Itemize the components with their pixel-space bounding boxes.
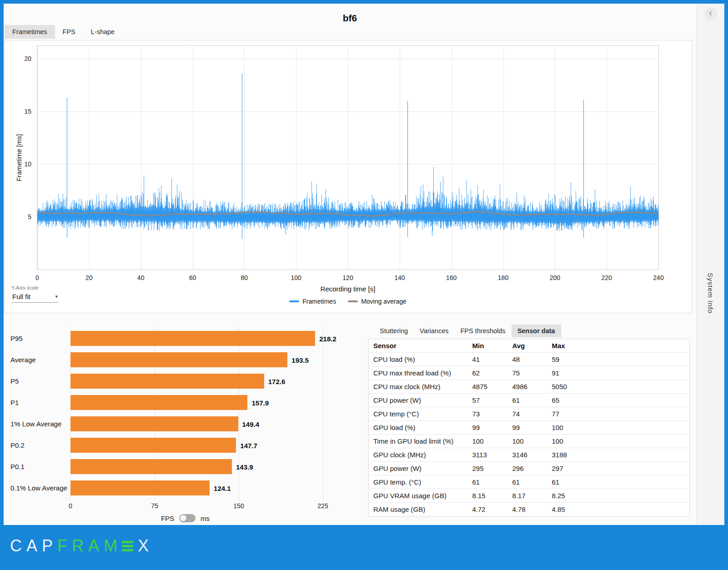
x-tick-label: 40: [137, 274, 145, 281]
sensor-cell: 57: [468, 394, 508, 407]
sensor-table-body: CPU load (%)414859CPU max thread load (%…: [369, 353, 690, 516]
percentile-bar-row: 0.1% Low Average124.1: [5, 477, 363, 499]
fps-percentile-chart: P95218.2Average193.5P5172.6P1157.91% Low…: [5, 328, 363, 522]
col-header-avg: Avg: [508, 339, 547, 353]
sensor-cell: CPU max clock (MHz): [369, 380, 468, 394]
tab-variances[interactable]: Variances: [414, 325, 454, 337]
unit-toggle[interactable]: [179, 514, 196, 522]
percentile-bar: [70, 395, 247, 410]
sensor-cell: 8.15: [468, 489, 508, 503]
percentile-label: P95: [5, 335, 70, 342]
sensor-cell: 295: [468, 462, 508, 475]
sensor-cell: Time in GPU load limit (%): [369, 435, 468, 448]
sensor-row: GPU temp. (°C)616161: [369, 475, 690, 489]
fps-bar-rows: P95218.2Average193.5P5172.6P1157.91% Low…: [5, 328, 363, 499]
legend-moving-average: Moving average: [348, 298, 407, 305]
sensor-row: GPU power (W)295296297: [369, 462, 690, 475]
percentile-bar: [70, 438, 236, 453]
sensor-cell: 297: [547, 462, 690, 475]
ms-unit-label: ms: [201, 515, 210, 522]
percentile-bar: [70, 416, 238, 431]
x-tick-label: 100: [291, 274, 301, 281]
y-axis-scale-dropdown[interactable]: Full fit ▾: [11, 292, 59, 303]
system-info-strip: ‹ System Info: [696, 4, 724, 525]
analysis-tab-bar: Stuttering Variances FPS thresholds Sens…: [374, 325, 693, 337]
tab-l-shape[interactable]: L-shape: [83, 25, 122, 39]
bar-area: 149.4: [70, 413, 363, 435]
sensor-row: CPU power (W)576165: [369, 394, 690, 407]
percentile-label: 1% Low Average: [5, 420, 70, 428]
percentile-label: 0.1% Low Average: [5, 484, 70, 492]
sensor-row: Time in GPU load limit (%)100100100: [369, 435, 690, 448]
chart-legend: Frametimes Moving average: [37, 298, 658, 305]
sensor-row: GPU load (%)9999100: [369, 421, 690, 435]
frametime-plot: [37, 45, 659, 270]
sensor-cell: 99: [508, 421, 547, 435]
sensor-cell: 4986: [508, 380, 547, 394]
fps-plot: P95218.2Average193.5P5172.6P1157.91% Low…: [5, 328, 363, 499]
logo-fram: FRAM: [57, 538, 122, 554]
sensor-table: Sensor Min Avg Max CPU load (%)414859CPU…: [368, 339, 690, 516]
tab-frametimes[interactable]: Frametimes: [5, 25, 55, 39]
x-tick-label: 80: [241, 274, 248, 281]
sensor-cell: 77: [547, 407, 690, 421]
tab-fps[interactable]: FPS: [55, 25, 83, 39]
sensor-cell: 100: [468, 435, 508, 448]
sensor-row: CPU max thread load (%)627591: [369, 366, 690, 380]
y-axis-scale-label: Y-Axis scale: [11, 285, 59, 290]
tab-stuttering[interactable]: Stuttering: [374, 325, 414, 337]
page-title: bf6: [4, 13, 696, 24]
percentile-value: 157.9: [251, 399, 269, 406]
sensor-cell: 59: [547, 353, 690, 366]
legend-frametimes: Frametimes: [289, 298, 336, 305]
percentile-value: 143.9: [236, 463, 253, 470]
frametime-canvas[interactable]: [37, 46, 658, 270]
sensor-cell: CPU power (W): [369, 394, 468, 407]
x-tick-label: 140: [394, 274, 405, 281]
percentile-value: 124.1: [214, 484, 231, 492]
percentile-bar-row: 1% Low Average149.4: [5, 413, 363, 435]
col-header-min: Min: [468, 339, 508, 353]
percentile-label: P0.2: [5, 441, 70, 449]
sensor-cell: 62: [468, 366, 508, 380]
sensor-row: GPU clock (MHz)311331463188: [369, 448, 690, 462]
x-tick-label: 60: [189, 274, 196, 281]
fps-axis-tick: 75: [151, 502, 158, 510]
x-tick-label: 240: [653, 274, 663, 281]
percentile-label: P5: [5, 377, 70, 385]
x-tick-label: 120: [342, 274, 353, 281]
percentile-bar-row: P0.2147.7: [5, 435, 363, 456]
main-content: bf6 Frametimes FPS L-shape Frametime [ms…: [4, 4, 724, 525]
bar-area: 218.2: [70, 328, 363, 349]
y-axis-scale-control: Y-Axis scale Full fit ▾: [11, 285, 59, 303]
x-tick-label: 220: [601, 274, 612, 281]
collapse-panel-button[interactable]: ‹: [704, 7, 717, 20]
tab-sensor-data[interactable]: Sensor data: [512, 325, 561, 337]
percentile-bar-row: P0.1143.9: [5, 456, 363, 477]
sensor-cell: 4.85: [547, 503, 690, 516]
percentile-label: P0.1: [5, 463, 70, 470]
analysis-panel: Stuttering Variances FPS thresholds Sens…: [368, 325, 693, 516]
unit-toggle-row: FPS ms: [59, 514, 311, 522]
x-tick-labels: 020406080100120140160180200220240: [37, 273, 658, 281]
footer-bar: CAPFRAMX: [0, 525, 728, 570]
tab-fps-thresholds[interactable]: FPS thresholds: [454, 325, 511, 337]
fps-axis-tick: 225: [317, 502, 328, 510]
sensor-cell: 8.17: [508, 489, 547, 503]
sensor-cell: 3188: [547, 448, 690, 462]
sensor-cell: 296: [508, 462, 547, 475]
sensor-row: CPU load (%)414859: [369, 353, 690, 366]
y-tick-label: 10: [24, 160, 31, 168]
x-tick-label: 20: [85, 274, 93, 281]
bar-area: 124.1: [70, 477, 363, 499]
percentile-bar-row: Average193.5: [5, 349, 363, 370]
sensor-cell: 61: [468, 475, 508, 489]
logo-x: X: [138, 538, 153, 554]
percentile-value: 218.2: [319, 335, 336, 342]
x-tick-label: 200: [550, 274, 560, 281]
system-info-tab[interactable]: System Info: [707, 273, 714, 314]
sensor-table-header: Sensor Min Avg Max: [369, 339, 690, 353]
percentile-value: 149.4: [242, 420, 260, 428]
percentile-value: 193.5: [291, 356, 309, 364]
y-tick-label: 5: [28, 213, 31, 220]
